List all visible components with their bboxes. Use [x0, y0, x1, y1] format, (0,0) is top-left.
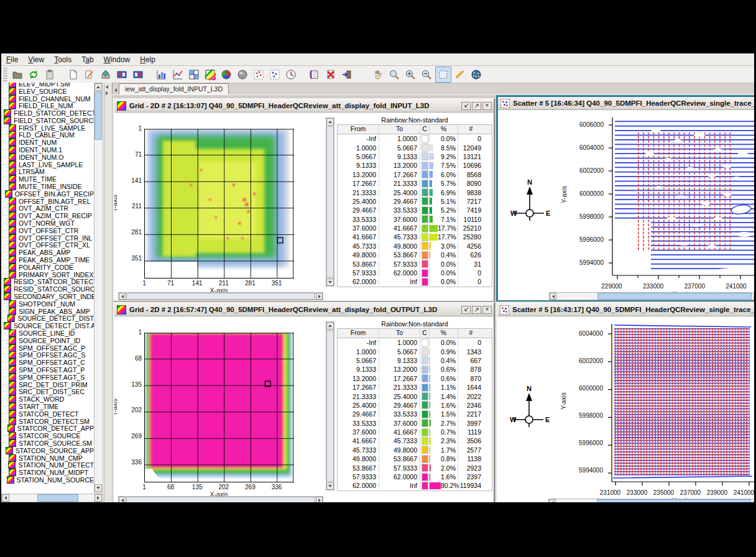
exit-icon[interactable]: [339, 67, 354, 82]
menu-file[interactable]: File: [1, 54, 23, 65]
panel-scatter-top-titlebar[interactable]: Scatter # 5 [16:46:34] Q40_90_5DMPFI_Hea…: [498, 97, 754, 110]
edit-document-icon[interactable]: [82, 67, 97, 82]
panel-scatter-bottom-titlebar[interactable]: Scatter # 5 [16:43:17] Q40_90_5DMPFI_Hea…: [497, 303, 754, 316]
scroll-left-button[interactable]: [119, 293, 126, 300]
sidebar-item[interactable]: MUTE_TIME: [1, 175, 94, 183]
sidebar-item[interactable]: STATCOR_SOURCE: [1, 432, 94, 440]
select-rectangle-icon[interactable]: [435, 67, 451, 83]
scroll-down-button[interactable]: [326, 278, 334, 286]
sidebar-item[interactable]: IDENT_NUM: [1, 139, 94, 146]
scroll-left-button[interactable]: [550, 293, 556, 300]
sidebar-item[interactable]: SHOTPOINT_NUM: [1, 300, 94, 308]
sidebar-item[interactable]: FLD_CABLE_NUM: [1, 132, 94, 139]
scroll-left-button[interactable]: [549, 499, 556, 502]
color-wheel-icon[interactable]: [219, 67, 234, 82]
scroll-right-button[interactable]: [94, 494, 102, 502]
scroll-thumb[interactable]: [37, 494, 78, 502]
menu-view[interactable]: View: [23, 54, 49, 65]
scroll-right-button[interactable]: [316, 293, 323, 300]
fold-heatmap-output[interactable]: [144, 333, 294, 482]
sidebar-item[interactable]: SRC_DET_DIST_SEC: [1, 388, 94, 395]
sidebar-item[interactable]: STATCOR_DETECT_APP: [1, 425, 94, 432]
dataset-blue-a-icon[interactable]: [114, 67, 129, 82]
sidebar-item[interactable]: IDENT_NUM.1: [1, 146, 94, 154]
zoom-in-icon[interactable]: [403, 67, 418, 82]
sidebar-item[interactable]: SRC_DET_DIST_PRIM: [1, 381, 94, 389]
sidebar-item[interactable]: PEAK_ABS_AMP_TIME: [1, 256, 94, 264]
measure-icon[interactable]: [453, 67, 468, 82]
sidebar-item[interactable]: SECONDARY_SORT_INDEX: [1, 293, 94, 300]
sidebar-horizontal-scrollbar[interactable]: [1, 494, 103, 502]
sidebar-item[interactable]: OVT_NORM_WGT: [1, 219, 94, 227]
zoom-icon[interactable]: [387, 67, 402, 82]
menu-tools[interactable]: Tools: [49, 54, 76, 65]
sidebar-item[interactable]: IDENT_NUM.O: [1, 154, 94, 161]
scroll-up-button[interactable]: [326, 322, 334, 329]
panel-grid-input-titlebar[interactable]: Grid - 2D # 2 [16:13:07] Q40_90_5DMPFI_H…: [114, 99, 494, 113]
sidebar-item[interactable]: RESID_STATCOR_SOURCE: [1, 285, 94, 293]
panel-grid-output-titlebar[interactable]: Grid - 2D # 2 [16:57:47] Q40_90_5DMPFI_H…: [114, 303, 494, 316]
scroll-up-button[interactable]: [326, 118, 334, 126]
zoom-out-icon[interactable]: [419, 67, 434, 82]
scroll-right-button[interactable]: [316, 497, 323, 502]
sidebar-item[interactable]: FIELD_FILE_NUM: [1, 102, 94, 109]
scatter-icon[interactable]: [267, 67, 282, 82]
colormap-rainbow-icon[interactable]: [203, 67, 218, 82]
sidebar-item[interactable]: SIGN_PEAK_ABS_AMP: [1, 308, 94, 315]
delete-icon[interactable]: [323, 67, 338, 82]
scroll-left-button[interactable]: [2, 494, 9, 502]
fold-heatmap-input[interactable]: [144, 129, 294, 278]
sidebar-item[interactable]: LAST_LIVE_SAMPLE: [1, 161, 94, 168]
clock-icon[interactable]: [284, 67, 298, 82]
sidebar-item[interactable]: SOURCE_POINT_ID: [1, 337, 94, 344]
sidebar-item[interactable]: MUTE_TIME_INSIDE: [1, 183, 94, 190]
sidebar-item[interactable]: SOURCE_DETECT_DIST.A: [1, 322, 94, 329]
minimize-button[interactable]: [461, 102, 471, 110]
scatter-select-icon[interactable]: [251, 67, 266, 82]
sidebar-item[interactable]: FIELD_STATCOR_SOURCE: [1, 117, 94, 124]
splitter-collapse-icon[interactable]: [106, 85, 108, 89]
sidebar-item[interactable]: PRIMARY_SORT_INDEX: [1, 271, 94, 278]
sidebar-item[interactable]: STATCOR_SOURCE_APP: [1, 447, 94, 454]
scroll-down-button[interactable]: [326, 482, 334, 490]
tab-scroll-left-button[interactable]: [112, 86, 119, 94]
sidebar-item[interactable]: SOURCE_LINE_ID: [1, 329, 94, 337]
sidebar-item[interactable]: OVT_AZIM_CTR_RECIP: [1, 212, 94, 219]
refresh-icon[interactable]: [26, 67, 41, 82]
sidebar-splitter[interactable]: [104, 83, 113, 502]
clipboard-icon[interactable]: [42, 67, 57, 82]
pan-hand-icon[interactable]: [371, 67, 385, 82]
toolbar-grip[interactable]: [3, 68, 7, 81]
menu-help[interactable]: Help: [135, 54, 160, 65]
sidebar-item[interactable]: OFFSET_BIN.AGT_RECIP: [1, 190, 94, 198]
sphere-icon[interactable]: [235, 67, 250, 82]
sidebar-item[interactable]: SPM_OFFSET.AGC_P: [1, 344, 94, 352]
sidebar-item[interactable]: STATION_NUM_CMP: [1, 454, 94, 462]
sidebar-item[interactable]: STATCOR_DETECT.SM: [1, 418, 94, 425]
open-folder-icon[interactable]: [10, 67, 25, 82]
sidebar-item[interactable]: SOURCE_DETECT_DIST: [1, 315, 94, 323]
scroll-up-button[interactable]: [94, 83, 102, 91]
sidebar-item[interactable]: OVT_AZIM_CTR: [1, 205, 94, 213]
sidebar-item[interactable]: SPM_OFFSET.AGT_S: [1, 374, 94, 381]
menu-window[interactable]: Window: [99, 54, 136, 65]
sidebar-item[interactable]: SPM_OFFSET.AGC_S: [1, 351, 94, 359]
sidebar-item[interactable]: OVT_OFFSET_CTR_XL: [1, 242, 94, 249]
close-button[interactable]: ×: [482, 102, 492, 110]
scatter-plot-top[interactable]: [607, 116, 754, 283]
new-document-icon[interactable]: [66, 67, 81, 82]
close-button[interactable]: ×: [482, 306, 492, 314]
sidebar-item[interactable]: ELEV_SOURCE: [1, 88, 94, 95]
bar-chart-icon[interactable]: [154, 67, 169, 82]
sidebar-item[interactable]: STATION_NUM_MIDPT: [1, 469, 94, 476]
maximize-button[interactable]: [472, 306, 481, 314]
sidebar-item[interactable]: OFFSET_BIN.AGT_REL: [1, 198, 94, 205]
sidebar-item[interactable]: PEAK_ABS_AMP: [1, 249, 94, 256]
sidebar-item[interactable]: LTRSAM: [1, 168, 94, 176]
sidebar-item[interactable]: FIELD_STATCOR_DETECT: [1, 109, 94, 117]
minimize-button[interactable]: [461, 306, 471, 314]
sidebar-item[interactable]: POLARITY_CODE: [1, 264, 94, 271]
sidebar-item[interactable]: ELEV_MIDPT.SM: [1, 83, 94, 88]
globe-icon[interactable]: [469, 67, 484, 82]
sidebar-item[interactable]: STATCOR_DETECT: [1, 410, 94, 418]
